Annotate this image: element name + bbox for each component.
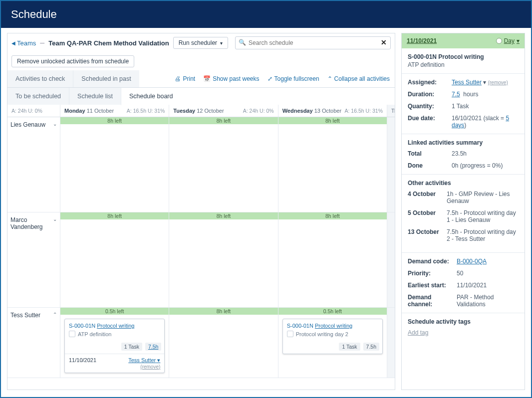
chevron-down-icon[interactable]: ⌄ [53,216,57,222]
person-name-cell: Marco Vandenberg ⌄ [7,212,60,307]
label-assigned: Assigned: [408,79,448,86]
run-scheduler-button[interactable]: Run scheduler [173,37,228,49]
tab-activities-to-check[interactable]: Activities to check [7,70,73,87]
scrollbar-track[interactable] [387,212,395,307]
activity-title[interactable]: Protocol writing [315,323,352,329]
board-cell[interactable]: 8h left [60,117,169,212]
board-cell[interactable]: 0.5h left S-000-01N Protocol writing Pro… [278,308,387,378]
label-done: Done [408,162,448,169]
channel-value: PAR - Method Validations [457,294,519,308]
hours-remaining: 0.5h left [60,308,169,315]
day-headers: A: 24h U: 0% Monday 11 October A: 16.5h … [7,105,395,117]
toolbar-secondary: Remove unlocked activities from schedule [7,52,395,70]
board-cell[interactable]: 8h left [169,212,277,307]
person-row: Tess Sutter ⌃ 0.5h left S-000-01N Protoc… [7,308,395,378]
remove-unlocked-button[interactable]: Remove unlocked activities from schedule [11,55,134,67]
hours-remaining: 8h left [278,117,387,124]
calendar-icon: 📅 [203,75,211,82]
day-header-thu: Th [387,105,395,117]
show-past-weeks-link[interactable]: 📅Show past weeks [203,74,259,83]
schedule-pane: Teams – Team QA-PAR Chem Method Validati… [7,33,395,390]
search-icon: 🔍 [239,39,246,46]
team-name: Team QA-PAR Chem Method Validation [48,39,169,47]
board-cell[interactable]: 8h left [278,212,387,307]
tags-heading: Schedule activity tags [408,318,519,325]
board-cell[interactable]: 8h left [278,117,387,212]
chevron-down-icon[interactable]: ⌄ [53,121,57,127]
panel-activity-sub: ATP definition [408,61,519,68]
list-item: 13 October7.5h - Protocol writing day 2 … [408,228,519,242]
due-value: 16/10/2021 (slack = 5 days) [452,115,519,129]
tabs-row-2: To be scheduled Schedule list Schedule b… [7,88,395,105]
toolbar-primary: Teams – Team QA-PAR Chem Method Validati… [7,33,395,52]
list-item: 4 October1h - GMP Review - Lies Genauw [408,191,519,204]
board-cell[interactable]: 8h left [60,212,169,307]
scrollbar-track[interactable] [387,117,395,212]
linked-heading: Linked activities summary [408,139,519,146]
fullscreen-icon: ⤢ [267,75,272,82]
label-duration: Duration: [408,91,448,98]
hours-remaining: 0.5h left [278,308,387,315]
board-cell[interactable]: 8h left [169,117,277,212]
tabs-row-1: Activities to check Scheduled in past 🖨P… [7,70,395,88]
hours-remaining: 8h left [169,308,277,315]
panel-header: 11/10/2021 Day ▾ [402,33,525,48]
label-channel: Demand channel: [408,294,453,308]
day-header-tue: Tuesday 12 October A: 24h U: 0% [169,105,277,117]
print-icon: 🖨 [175,75,181,82]
tab-schedule-board[interactable]: Schedule board [121,88,181,105]
activity-card[interactable]: S-000-01N Protocol writing ATP definitio… [64,319,165,373]
sidebar-stat: A: 24h U: 0% [11,108,42,114]
chevron-up-icon: ⌃ [327,75,332,82]
hours-remaining: 8h left [60,212,169,219]
demand-code-value[interactable]: B-000-0QA [457,258,487,265]
person-name-cell: Lies Genauw ⌄ [7,117,60,212]
assigned-value[interactable]: Tess Sutter [452,79,482,86]
collapse-all-link[interactable]: ⌃Collapse all activities [327,74,390,83]
board-rows[interactable]: Lies Genauw ⌄ 8h left 8h left 8h left Ma… [7,117,395,388]
assigned-remove[interactable]: (remove) [488,80,508,85]
hours-remaining: 8h left [278,212,387,219]
panel-view-mode[interactable]: Day ▾ [496,37,520,44]
label-due: Due date: [408,115,448,129]
add-tag-link[interactable]: Add tag [408,329,428,336]
board-cell[interactable]: 0.5h left S-000-01N Protocol writing ATP… [60,308,169,378]
duration-value[interactable]: 7.5 [452,91,460,98]
task-count-badge: 1 Task [121,343,142,351]
schedule-board: A: 24h U: 0% Monday 11 October A: 16.5h … [7,105,395,390]
chevron-up-icon[interactable]: ⌃ [53,312,57,317]
search-wrap: 🔍 ✕ [235,36,391,49]
activity-subtitle: ATP definition [69,331,160,337]
tab-to-be-scheduled[interactable]: To be scheduled [7,88,69,105]
card-remove-link[interactable]: (remove) [140,364,160,370]
print-link[interactable]: 🖨Print [175,74,195,83]
priority-value: 50 [457,270,519,277]
hours-badge[interactable]: 7.5h [145,343,161,351]
person-row: Marco Vandenberg ⌄ 8h left 8h left 8h le… [7,212,395,308]
activity-code: S-000-01N [69,323,95,329]
search-input[interactable] [235,36,391,49]
label-demand-code: Demand code: [408,258,453,265]
other-activities-list: 4 October1h - GMP Review - Lies Genauw 5… [408,191,519,242]
activity-title[interactable]: Protocol writing [97,323,134,329]
task-count-badge: 1 Task [339,343,360,351]
card-assignee[interactable]: Tess Sutter ▾ [128,357,160,363]
board-actions: 🖨Print 📅Show past weeks ⤢Toggle fullscre… [170,70,395,87]
board-cell[interactable]: 8h left [169,308,277,378]
day-header-mon: Monday 11 October A: 16.5h U: 31% [60,105,169,117]
activity-card[interactable]: S-000-01N Protocol writing Protocol writ… [282,319,383,354]
clear-search-icon[interactable]: ✕ [381,38,387,46]
label-total: Total [408,150,448,157]
hours-remaining: 8h left [169,212,277,219]
done-value: 0h (progress = 0%) [452,162,519,169]
page-title: Schedule [1,1,531,28]
scrollbar-track[interactable] [387,308,395,378]
toggle-fullscreen-link[interactable]: ⤢Toggle fullscreen [267,74,319,83]
panel-date[interactable]: 11/10/2021 [407,37,437,44]
label-earliest: Earliest start: [408,282,453,289]
day-header-wed: Wednesday 13 October A: 16.5h U: 31% [278,105,387,117]
tab-scheduled-in-past[interactable]: Scheduled in past [73,70,139,87]
teams-back-link[interactable]: Teams [11,39,36,47]
hours-badge: 7.5h [363,343,379,351]
tab-schedule-list[interactable]: Schedule list [69,88,121,105]
